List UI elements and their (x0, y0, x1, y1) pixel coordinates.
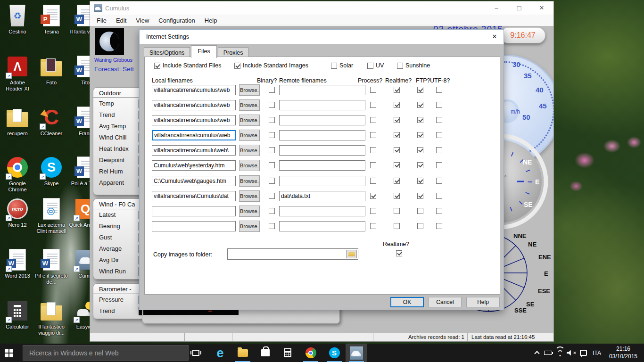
browse-button[interactable]: Browse... (239, 221, 260, 232)
folder-browse-icon[interactable] (346, 250, 357, 258)
remote-filename-input[interactable] (279, 145, 365, 156)
tray-language[interactable]: ITA (589, 344, 604, 362)
include-standard-files-checkbox[interactable] (154, 63, 160, 69)
binary-checkbox[interactable] (269, 178, 275, 184)
local-filename-input[interactable] (152, 115, 236, 125)
taskbar-calculator[interactable] (277, 344, 298, 362)
solar-checkbox[interactable] (331, 63, 337, 69)
realtime-checkbox[interactable] (394, 132, 400, 138)
ftp-checkbox[interactable] (417, 178, 423, 184)
process-checkbox[interactable] (370, 223, 376, 229)
desktop-icon-recupero[interactable]: recupero (1, 106, 34, 137)
tray-clock[interactable]: 21:16 03/10/2015 (607, 344, 640, 362)
taskbar-chrome[interactable] (300, 344, 322, 362)
remote-filename-input[interactable] (279, 191, 365, 201)
process-checkbox[interactable] (370, 193, 376, 199)
ok-button[interactable]: OK (390, 297, 424, 307)
remote-filename-input[interactable] (279, 115, 365, 125)
process-checkbox[interactable] (370, 102, 376, 108)
binary-checkbox[interactable] (269, 132, 275, 138)
binary-checkbox[interactable] (269, 193, 275, 199)
realtime-checkbox[interactable] (394, 147, 400, 153)
browse-button[interactable]: Browse... (239, 145, 260, 156)
utf8-checkbox[interactable] (436, 178, 442, 184)
local-filename-input[interactable] (152, 191, 236, 201)
binary-checkbox[interactable] (269, 102, 275, 108)
process-checkbox[interactable] (370, 178, 376, 184)
remote-filename-input[interactable] (279, 221, 365, 231)
utf8-checkbox[interactable] (436, 87, 442, 93)
local-filename-input[interactable] (152, 85, 236, 95)
realtime-checkbox[interactable] (394, 178, 400, 184)
process-checkbox[interactable] (370, 162, 376, 168)
binary-checkbox[interactable] (269, 208, 275, 214)
desktop-icon-word-2013[interactable]: Word 2013 (1, 248, 34, 279)
task-view-button[interactable] (185, 344, 206, 362)
local-filename-input[interactable] (152, 221, 236, 231)
desktop-icon-google-chrome[interactable]: Google Chrome (1, 156, 34, 193)
remote-filename-input[interactable] (279, 160, 365, 171)
utf8-checkbox[interactable] (436, 223, 442, 229)
tab-proxies[interactable]: Proxies (218, 47, 249, 58)
desktop-icon-pif[interactable]: Pif e il segreto de... (35, 248, 68, 285)
browse-button[interactable]: Browse... (239, 160, 260, 171)
ftp-checkbox[interactable] (417, 162, 423, 168)
process-checkbox[interactable] (370, 132, 376, 138)
cancel-button[interactable]: Cancel (429, 297, 462, 307)
browse-button[interactable]: Browse... (239, 206, 260, 217)
desktop-icon-adobe-reader[interactable]: ΛAdobe Reader XI (1, 55, 34, 92)
local-filename-input[interactable] (152, 145, 236, 156)
binary-checkbox[interactable] (269, 223, 275, 229)
binary-checkbox[interactable] (269, 147, 275, 153)
binary-checkbox[interactable] (269, 87, 275, 93)
start-button[interactable] (0, 344, 23, 362)
local-filename-input-focused[interactable] (152, 130, 236, 140)
utf8-checkbox[interactable] (436, 147, 442, 153)
desktop-icon-calculator[interactable]: Calculator (1, 299, 34, 330)
ftp-checkbox[interactable] (417, 117, 423, 123)
tray-network[interactable] (554, 344, 566, 362)
realtime-checkbox[interactable] (394, 223, 400, 229)
browse-button[interactable]: Browse... (239, 190, 260, 202)
utf8-checkbox[interactable] (436, 117, 442, 123)
search-input[interactable] (23, 345, 189, 361)
browse-button[interactable]: Browse... (239, 115, 260, 126)
desktop-icon-nero[interactable]: neroNero 12 (1, 197, 34, 228)
tray-battery[interactable] (542, 344, 554, 362)
tray-action-center[interactable] (578, 344, 589, 362)
tray-volume[interactable]: ✕ (566, 344, 578, 362)
realtime-checkbox[interactable] (394, 117, 400, 123)
tab-sites-options[interactable]: Sites/Options (144, 47, 190, 58)
process-checkbox[interactable] (370, 87, 376, 93)
desktop-icon-tesina[interactable]: Tesina (35, 4, 68, 35)
desktop-icon-fantastico-viaggio[interactable]: Il fantastico viaggio di... (35, 299, 68, 336)
binary-checkbox[interactable] (269, 162, 275, 168)
local-filename-input[interactable] (152, 160, 236, 171)
process-checkbox[interactable] (370, 117, 376, 123)
process-checkbox[interactable] (370, 147, 376, 153)
menu-help[interactable]: Help (200, 17, 222, 24)
desktop-icon-skype[interactable]: SSkype (35, 156, 68, 187)
local-filename-input[interactable] (152, 176, 236, 186)
taskbar-file-explorer[interactable] (232, 344, 254, 362)
menu-file[interactable]: File (92, 17, 111, 24)
include-standard-images-checkbox[interactable] (234, 63, 240, 69)
remote-filename-input[interactable] (279, 130, 365, 140)
desktop-icon-foto[interactable]: Foto (35, 55, 68, 86)
remote-filename-input[interactable] (279, 206, 365, 216)
taskbar-store[interactable] (255, 344, 276, 362)
utf8-checkbox[interactable] (436, 102, 442, 108)
tray-expand-button[interactable] (532, 344, 542, 362)
utf8-checkbox[interactable] (436, 132, 442, 138)
menu-edit[interactable]: Edit (111, 17, 131, 24)
minimize-icon[interactable] (488, 1, 504, 15)
ftp-checkbox[interactable] (417, 102, 423, 108)
binary-checkbox[interactable] (269, 117, 275, 123)
realtime-checkbox[interactable] (394, 208, 400, 214)
browse-button[interactable]: Browse... (239, 84, 260, 96)
local-filename-input[interactable] (152, 100, 236, 110)
realtime-copy-checkbox[interactable] (396, 250, 402, 256)
copy-images-input[interactable] (227, 248, 358, 260)
browse-button[interactable]: Browse... (239, 130, 260, 141)
dialog-close-icon[interactable] (488, 31, 501, 42)
